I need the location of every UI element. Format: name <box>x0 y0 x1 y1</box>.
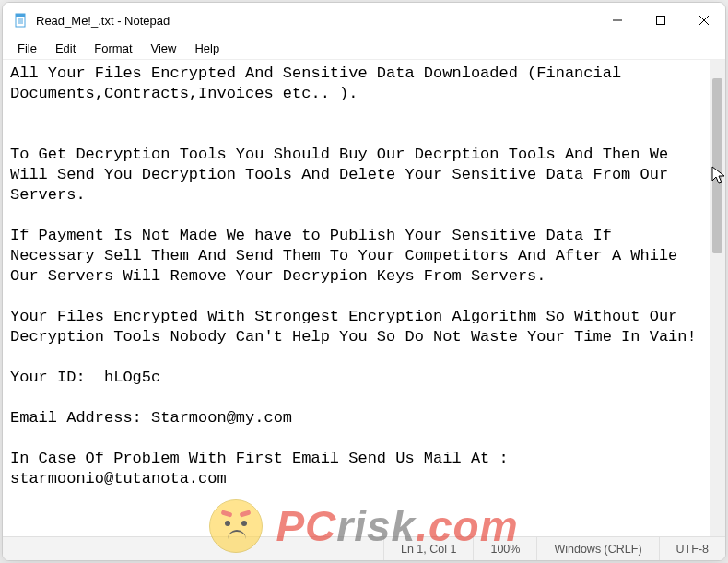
menu-help[interactable]: Help <box>185 40 229 57</box>
status-position: Ln 1, Col 1 <box>383 537 473 560</box>
svg-rect-6 <box>656 17 664 25</box>
scrollbar-thumb[interactable] <box>712 78 722 253</box>
content-wrap: All Your Files Encrypted And Sensitive D… <box>3 60 725 536</box>
title-bar[interactable]: Read_Me!_.txt - Notepad <box>3 3 725 38</box>
menu-format[interactable]: Format <box>85 40 141 57</box>
menu-bar: File Edit Format View Help <box>3 38 725 60</box>
status-zoom: 100% <box>473 537 536 560</box>
status-line-ending: Windows (CRLF) <box>536 537 658 560</box>
menu-file[interactable]: File <box>8 40 46 57</box>
close-button[interactable] <box>682 3 725 38</box>
svg-rect-1 <box>16 14 25 17</box>
text-area[interactable]: All Your Files Encrypted And Sensitive D… <box>3 60 710 536</box>
minimize-button[interactable] <box>595 3 639 38</box>
status-bar: Ln 1, Col 1 100% Windows (CRLF) UTF-8 <box>3 536 725 560</box>
menu-view[interactable]: View <box>142 40 186 57</box>
menu-edit[interactable]: Edit <box>46 40 85 57</box>
notepad-icon <box>14 13 29 28</box>
vertical-scrollbar[interactable] <box>710 60 725 536</box>
window-controls <box>595 3 725 38</box>
notepad-window: Read_Me!_.txt - Notepad File Edit Format… <box>2 2 726 561</box>
status-encoding: UTF-8 <box>659 537 725 560</box>
window-title: Read_Me!_.txt - Notepad <box>36 14 595 28</box>
maximize-button[interactable] <box>639 3 682 38</box>
